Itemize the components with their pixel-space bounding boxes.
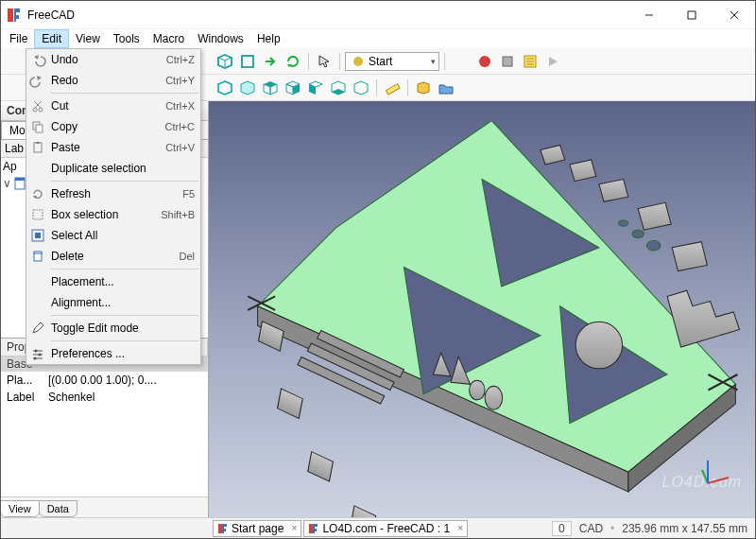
refresh-green-icon[interactable] <box>283 51 303 72</box>
menu-item-toggle-edit[interactable]: Toggle Edit mode <box>26 318 200 339</box>
tree-header: Lab <box>1 140 27 157</box>
3d-viewport[interactable]: LO4D.com <box>209 101 755 517</box>
menu-item-placement[interactable]: Placement... <box>26 271 200 292</box>
svg-line-7 <box>225 58 232 61</box>
measure-icon[interactable] <box>382 78 403 98</box>
svg-marker-31 <box>354 81 368 95</box>
cube-axo-icon[interactable] <box>215 51 235 72</box>
svg-line-6 <box>218 58 225 61</box>
view-top-icon[interactable] <box>260 78 281 98</box>
doc-tab-start[interactable]: Start page × <box>213 520 301 537</box>
pencil-icon <box>28 319 47 338</box>
nav-style-button[interactable]: 0 <box>552 521 572 536</box>
minimize-button[interactable] <box>627 1 670 29</box>
copy-icon <box>28 117 47 136</box>
prop-tab-data[interactable]: Data <box>39 500 77 517</box>
nav-mode-label: CAD <box>579 522 603 535</box>
svg-marker-51 <box>638 202 671 230</box>
svg-point-56 <box>470 380 486 400</box>
maximize-button[interactable] <box>670 1 713 29</box>
macro-stop-icon[interactable] <box>497 51 518 72</box>
view-right-icon[interactable] <box>283 78 303 98</box>
menu-item-paste[interactable]: Paste Ctrl+V <box>26 137 200 158</box>
box-select-icon <box>28 205 47 224</box>
close-icon[interactable]: × <box>292 523 298 533</box>
svg-point-88 <box>34 357 37 360</box>
svg-line-72 <box>34 101 41 108</box>
close-button[interactable] <box>713 1 755 29</box>
svg-rect-78 <box>33 210 43 219</box>
svg-rect-2 <box>688 11 696 19</box>
view-left-icon[interactable] <box>351 78 371 98</box>
app-icon <box>217 523 229 534</box>
menu-tools[interactable]: Tools <box>107 30 146 47</box>
menu-macro[interactable]: Macro <box>146 30 191 47</box>
prop-row[interactable]: Label Schenkel <box>1 389 208 406</box>
doc-tab-document[interactable]: LO4D.com - FreeCAD : 1 × <box>303 520 468 537</box>
menu-item-alignment[interactable]: Alignment... <box>26 292 200 313</box>
menu-view[interactable]: View <box>69 30 107 47</box>
close-icon[interactable]: × <box>457 523 463 533</box>
menu-item-undo[interactable]: Undo Ctrl+Z <box>26 49 200 70</box>
svg-marker-49 <box>570 160 596 182</box>
cursor-arrow-icon[interactable] <box>314 51 335 72</box>
svg-rect-9 <box>242 56 253 67</box>
svg-point-70 <box>39 108 43 112</box>
svg-marker-20 <box>241 81 254 95</box>
view-bottom-icon[interactable] <box>328 78 349 98</box>
menu-item-cut[interactable]: Cut Ctrl+X <box>26 96 200 116</box>
menu-item-select-all[interactable]: Select All <box>26 225 200 246</box>
menu-file[interactable]: File <box>3 30 34 47</box>
svg-rect-45 <box>351 506 376 517</box>
menu-item-duplicate[interactable]: Duplicate selection <box>26 158 200 179</box>
app-icon <box>7 8 22 23</box>
view-front-icon[interactable] <box>237 78 258 98</box>
part-box-icon[interactable] <box>413 78 434 98</box>
svg-point-69 <box>33 108 37 112</box>
redo-icon <box>28 71 47 90</box>
view-rear-icon[interactable] <box>305 78 326 98</box>
edit-menu-dropdown: Undo Ctrl+Z Redo Ctrl+Y Cut Ctrl+X Copy … <box>26 48 201 365</box>
svg-point-61 <box>618 220 627 226</box>
menu-item-refresh[interactable]: Refresh F5 <box>26 183 200 204</box>
view-iso-icon[interactable] <box>215 78 235 98</box>
arrow-right-icon[interactable] <box>260 51 281 72</box>
menu-edit[interactable]: Edit <box>34 29 69 48</box>
svg-marker-67 <box>34 55 39 60</box>
svg-rect-80 <box>35 233 41 238</box>
svg-rect-75 <box>34 143 42 152</box>
folder-open-icon[interactable] <box>436 78 456 98</box>
menu-separator <box>51 269 198 270</box>
workbench-selector[interactable]: Start <box>345 52 439 71</box>
title-bar: FreeCAD <box>1 1 755 29</box>
svg-marker-30 <box>332 89 345 95</box>
delete-icon <box>28 247 47 266</box>
prop-row[interactable]: Pla... [(0.00 0.00 1.00); 0.... <box>1 372 208 389</box>
cube-front-icon[interactable] <box>237 51 258 72</box>
svg-rect-74 <box>36 125 43 132</box>
svg-line-64 <box>708 478 729 483</box>
svg-marker-50 <box>599 180 628 202</box>
status-bar: Start page × LO4D.com - FreeCAD : 1 × 0 … <box>1 517 755 538</box>
menu-help[interactable]: Help <box>250 30 287 47</box>
menu-separator <box>51 315 198 316</box>
cut-icon <box>28 96 47 115</box>
svg-point-57 <box>485 386 503 409</box>
menu-item-delete[interactable]: Delete Del <box>26 246 200 267</box>
svg-marker-68 <box>37 76 42 80</box>
macro-record-icon[interactable] <box>474 51 495 72</box>
svg-marker-19 <box>218 81 232 95</box>
menu-item-preferences[interactable]: Preferences ... <box>26 343 200 364</box>
svg-marker-52 <box>672 242 707 271</box>
svg-rect-90 <box>309 524 313 533</box>
svg-marker-18 <box>549 57 558 66</box>
prop-tab-view[interactable]: View <box>0 500 40 517</box>
menu-windows[interactable]: Windows <box>191 30 250 47</box>
macro-edit-icon[interactable] <box>520 51 541 72</box>
menu-item-copy[interactable]: Copy Ctrl+C <box>26 116 200 137</box>
menu-item-box-selection[interactable]: Box selection Shift+B <box>26 204 200 225</box>
macro-play-icon[interactable] <box>542 51 563 72</box>
menu-item-redo[interactable]: Redo Ctrl+Y <box>26 70 200 91</box>
svg-marker-26 <box>286 84 293 95</box>
svg-rect-13 <box>503 57 512 66</box>
